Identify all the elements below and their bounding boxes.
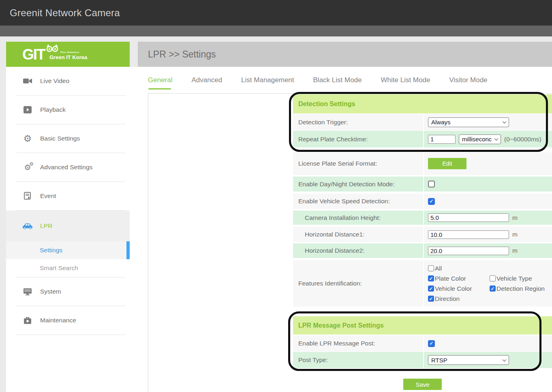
breadcrumb: LPR >> Settings: [138, 49, 216, 60]
gears-icon: ⚙⚙: [22, 164, 33, 171]
field-label: Enable LPR Message Post:: [293, 335, 424, 352]
gear-icon: ⚙: [22, 134, 33, 143]
field-label: Horizontal Distance1:: [293, 227, 424, 242]
sidebar-item-advanced-settings[interactable]: ⚙⚙ Advanced Settings: [6, 153, 130, 181]
play-icon: [22, 106, 33, 113]
direction-checkbox[interactable]: [428, 296, 434, 302]
sidebar-subitem-label: Settings: [40, 247, 62, 254]
row-repeat-plate-checktime: Repeat Plate Checktime: milliseconc (0~6…: [293, 131, 552, 147]
sidebar-item-label: Playback: [40, 106, 66, 113]
section-title: Detection Settings: [298, 100, 355, 108]
row-detection-trigger: Detection Trigger: Always: [293, 114, 552, 130]
detection-trigger-select[interactable]: Always: [428, 117, 509, 127]
row-camera-installation-height: Camera Installation Height: m: [293, 211, 552, 225]
row-horizontal-distance1: Horizontal Distance1: m: [293, 227, 552, 242]
daynight-checkbox[interactable]: [428, 181, 435, 187]
tab-white-list-mode[interactable]: White List Mode: [381, 76, 430, 84]
feature-vehicle-type: Vehicle Type: [490, 275, 545, 282]
tab-general[interactable]: General: [148, 76, 172, 84]
field-label: Repeat Plate Checktime:: [293, 131, 424, 147]
breadcrumb-bar: LPR >> Settings: [138, 42, 552, 67]
row-license-plate-serial-format: License Plate Serial Format: Edit: [293, 152, 552, 175]
enable-lpr-post-checkbox[interactable]: [428, 340, 435, 347]
repeat-unit-select[interactable]: milliseconc: [459, 134, 501, 144]
sidebar-item-lpr[interactable]: LPR: [6, 211, 130, 241]
sidebar-item-live-video[interactable]: Live Video: [6, 67, 130, 95]
sidebar-item-basic-settings[interactable]: ⚙ Basic Settings: [6, 124, 130, 153]
camera-height-input[interactable]: [428, 213, 509, 222]
sidebar-subitem-label: Smart Search: [40, 264, 78, 272]
owl-icon: [45, 45, 59, 53]
sidebar-item-event[interactable]: Event: [6, 182, 130, 210]
chevron-down-icon: [503, 119, 507, 124]
tab-bar: General Advanced List Management Black L…: [138, 67, 552, 93]
sidebar-item-maintenance[interactable]: Maintenance: [6, 306, 130, 334]
sidebar: GIT Plus Nowness Green IT Korea Live Vid…: [6, 42, 130, 392]
sidebar-subitem-settings[interactable]: Settings: [6, 241, 130, 259]
field-label: Horizontal Distance2:: [293, 243, 424, 258]
row-vehicle-speed-detection: Enable Vehicle Speed Detection:: [293, 194, 552, 209]
feature-direction: Direction: [428, 295, 490, 303]
sidebar-item-label: Advanced Settings: [40, 164, 92, 171]
feature-detection-region: Detection Region: [490, 285, 545, 292]
chevron-down-icon: [494, 136, 499, 141]
lpr-message-post-settings-header: LPR Message Post Settings: [293, 316, 552, 334]
logo-subtitle: Green IT Korea: [49, 54, 87, 60]
field-label: Enable Vehicle Speed Detection:: [293, 194, 424, 209]
sidebar-item-label: System: [40, 288, 61, 295]
row-enable-lpr-message-post: Enable LPR Message Post:: [293, 335, 552, 352]
vehicle-speed-checkbox[interactable]: [428, 198, 435, 205]
app-title: Greenit Network Camera: [0, 7, 120, 19]
company-logo: GIT Plus Nowness Green IT Korea: [6, 42, 130, 67]
sidebar-subitem-smart-search[interactable]: Smart Search: [6, 259, 130, 277]
sidebar-item-playback[interactable]: Playback: [6, 96, 130, 124]
toolbox-icon: [22, 317, 33, 324]
repeat-checktime-input[interactable]: [428, 135, 456, 144]
section-title: LPR Message Post Settings: [298, 322, 384, 329]
vehicle-type-checkbox[interactable]: [490, 275, 496, 281]
plate-color-checkbox[interactable]: [428, 275, 434, 281]
app-header: Greenit Network Camera: [0, 0, 552, 26]
feature-vehicle-color: Vehicle Color: [428, 285, 490, 292]
settings-table: Detection Settings Detection Trigger: Al…: [293, 94, 552, 390]
feature-all: All: [428, 265, 490, 272]
tab-visitor-mode[interactable]: Visitor Mode: [449, 76, 487, 84]
row-horizontal-distance2: Horizontal Distance2: m: [293, 243, 552, 258]
horizontal-distance1-input[interactable]: [428, 230, 509, 239]
field-label: Camera Installation Height:: [293, 211, 424, 225]
edit-button[interactable]: Edit: [428, 158, 466, 169]
save-button[interactable]: Save: [403, 379, 442, 390]
field-label: License Plate Serial Format:: [293, 152, 424, 175]
video-camera-icon: [22, 77, 33, 85]
field-label: Features Identification:: [293, 260, 424, 307]
unit-label: m: [512, 247, 518, 254]
row-post-type: Post Type: RTSP: [293, 352, 552, 368]
content-panel-border-top: [148, 93, 552, 94]
content-panel-border-left: [148, 93, 148, 392]
sidebar-item-label: Live Video: [40, 77, 69, 85]
tab-black-list-mode[interactable]: Black List Mode: [313, 76, 362, 84]
horizontal-distance2-input[interactable]: [428, 247, 509, 255]
feature-plate-color: Plate Color: [428, 275, 490, 282]
sidebar-item-system[interactable]: System: [6, 277, 130, 306]
chevron-down-icon: [503, 358, 507, 362]
vehicle-color-checkbox[interactable]: [428, 285, 434, 292]
detection-settings-header: Detection Settings: [293, 94, 552, 113]
tab-list-management[interactable]: List Management: [241, 76, 294, 84]
range-hint: (0~60000ms): [504, 136, 541, 143]
post-type-select[interactable]: RTSP: [428, 355, 509, 365]
active-indicator-bar: [126, 241, 130, 259]
tab-advanced[interactable]: Advanced: [191, 76, 222, 84]
all-checkbox[interactable]: [428, 265, 434, 271]
detection-region-checkbox[interactable]: [490, 285, 496, 292]
sidebar-item-label: Basic Settings: [40, 135, 80, 142]
monitor-icon: [22, 288, 33, 296]
car-icon: [22, 222, 33, 230]
logo-text: GIT: [22, 46, 45, 63]
event-document-icon: [22, 192, 33, 200]
divider: [16, 334, 126, 335]
row-day-night-mode: Enable Day/Night Detection Mode:: [293, 177, 552, 192]
unit-label: m: [512, 231, 518, 238]
logo-tagline: Plus Nowness: [60, 51, 79, 53]
field-label: Enable Day/Night Detection Mode:: [293, 177, 424, 192]
